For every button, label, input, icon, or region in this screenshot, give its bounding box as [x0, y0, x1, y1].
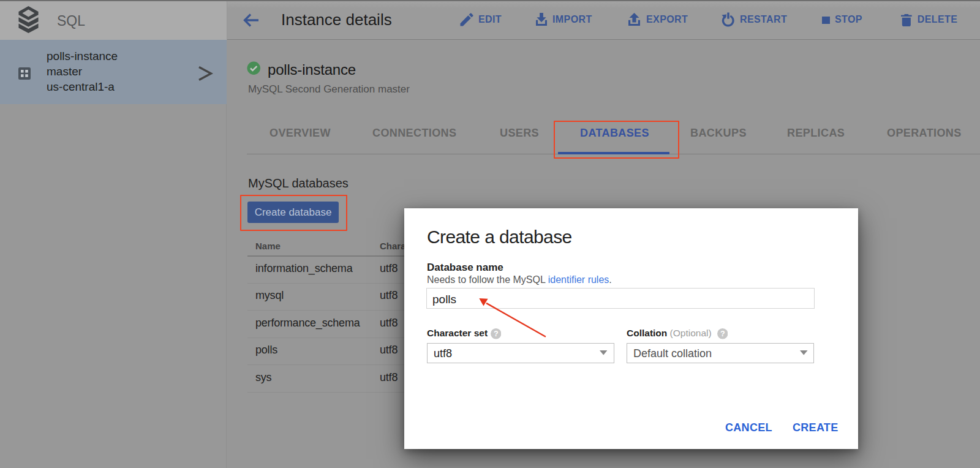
svg-text:?: ?	[720, 330, 725, 338]
